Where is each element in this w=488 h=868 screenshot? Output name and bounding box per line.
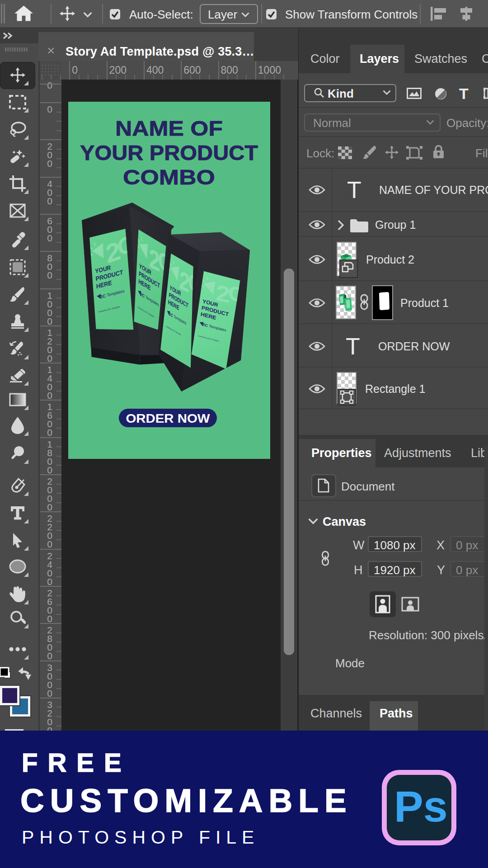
svg-text:YOUR PRODUCT: YOUR PRODUCT: [80, 141, 258, 165]
svg-text:ORDER NOW: ORDER NOW: [126, 412, 211, 425]
svg-text:COMBO: COMBO: [123, 165, 215, 189]
svg-text:NAME OF: NAME OF: [115, 117, 223, 140]
